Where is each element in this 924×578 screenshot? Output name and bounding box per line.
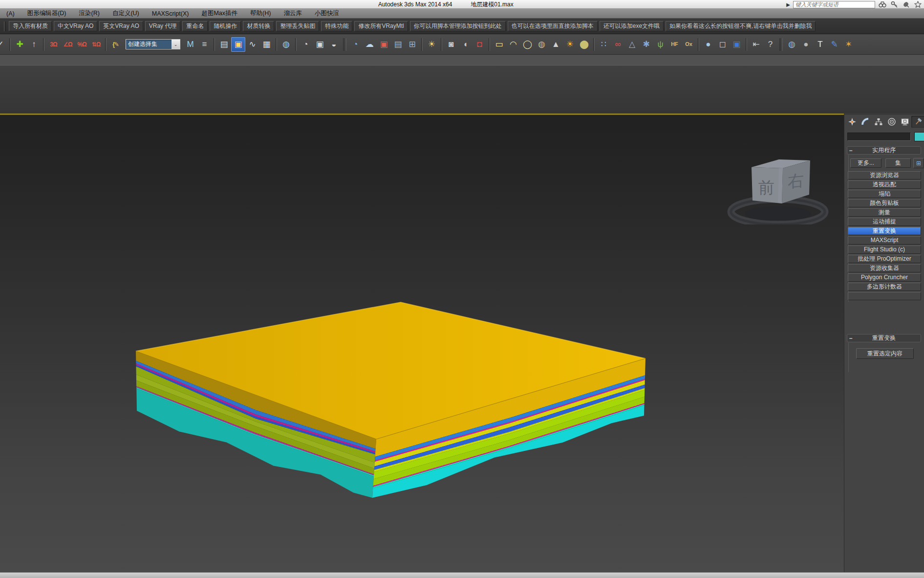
script-button[interactable]: 你可以用脚本管理添加按钮到此处 [410,21,506,31]
utility-button[interactable]: 资源收集器 [848,264,921,272]
sphere-primitive-icon[interactable]: ◯ [520,37,535,52]
infocenter-expand-icon[interactable]: ▶ [786,2,790,7]
layer-manager-icon[interactable]: ▤ [217,37,231,52]
object-paint-icon[interactable]: ◻ [715,37,730,52]
camera-rig-icon[interactable]: △ [625,37,639,52]
tab-hierarchy[interactable] [872,116,885,128]
grass-icon[interactable]: ψ [653,37,667,52]
utility-button[interactable]: 批处理 ProOptimizer [848,255,921,263]
curve-editor-icon[interactable]: ∿ [245,37,259,52]
script-button[interactable]: 如果你看着这么长的按钮很不爽,请右键单击我并删除我 [666,21,816,31]
utility-button[interactable]: MAXScript [848,236,921,245]
tab-create[interactable] [845,116,859,128]
tab-display[interactable] [898,116,911,128]
select-and-manipulate-icon[interactable]: ✚ [13,37,27,52]
sunlight-icon[interactable]: ☀ [563,37,577,52]
search-binoculars-icon[interactable] [878,0,887,8]
help-icon[interactable]: ? [763,37,777,52]
camera-icon[interactable]: ◙ [444,37,458,52]
script-button[interactable]: 修改所有VRayMtl [354,21,408,31]
tab-motion[interactable] [885,116,898,128]
gray-sphere-icon[interactable]: ● [799,37,813,52]
menu-item[interactable]: 自定义(U) [106,9,146,19]
utility-sets-button[interactable]: 集 [885,158,911,168]
configure-button-sets-icon[interactable]: ⊞ [913,158,924,168]
mirror-icon[interactable]: M [183,37,197,52]
infocenter-search-input[interactable] [793,1,875,8]
perspective-viewport[interactable]: 前 右 [0,115,844,572]
rendered-frame-icon[interactable]: ◔ [348,37,363,52]
angle-snap-icon[interactable]: ∠Ω [61,37,75,52]
render-iterative-icon[interactable]: ▤ [391,37,405,52]
menu-item[interactable]: 帮助(H) [244,9,277,19]
teal-color-swatch[interactable] [914,132,924,141]
script-button[interactable]: 也可以在选项里面直接添加脚本 [508,21,598,31]
script-button[interactable]: 重命名 [182,21,208,31]
geology-layer-model[interactable] [0,115,844,572]
script-button[interactable]: 特殊功能 [321,21,352,31]
utility-button[interactable]: 资源浏览器 [848,171,921,179]
list-import-icon[interactable]: ⇤ [749,37,763,52]
menu-item[interactable]: 超图Max插件 [195,9,244,19]
menu-item[interactable]: 渲染(R) [73,9,106,19]
hair-fur-icon[interactable]: HF [667,37,682,52]
snap-toggle-3d-icon[interactable]: 3Ω [46,37,61,52]
percent-snap-icon[interactable]: %Ω [75,37,89,52]
more-utilities-button[interactable]: 更多... [850,158,881,168]
particle-array-icon[interactable]: ∷ [597,37,611,52]
subscription-key-icon[interactable] [890,0,899,8]
viewcube[interactable]: 前 右 [723,150,833,224]
plane-primitive-icon[interactable]: ▭ [492,37,506,52]
utility-button[interactable]: 运动捕捉 [848,218,921,226]
brush-icon[interactable]: ✎ [827,37,841,52]
render-globe-icon[interactable]: ◍ [279,37,293,52]
selection-filter-icon[interactable]: ✓ [0,37,7,52]
menu-item[interactable]: 图形编辑器(D) [21,9,73,19]
utilities-rollout-header[interactable]: − 实用程序 [847,146,921,155]
material-editor-compact-icon[interactable]: ◔ [299,37,313,52]
script-button[interactable]: 导入所有材质 [9,21,52,31]
utility-button[interactable]: 测量 [848,208,921,217]
menu-item[interactable]: 小图快渲 [308,9,345,19]
render-settings-icon[interactable]: ⊞ [405,37,419,52]
web-panel-icon[interactable]: ◍ [785,37,799,52]
tab-modify[interactable] [859,116,872,128]
keyboard-override-icon[interactable]: ↑ [27,37,41,52]
cloth-icon[interactable]: T [813,37,827,52]
communication-center-icon[interactable] [902,0,910,8]
camera-dish-icon[interactable]: ◖ [458,37,473,52]
ox-hair-icon[interactable]: Ox [682,37,696,52]
named-selection-sets-dropdown[interactable]: 创建选择集 ⌄ [126,39,180,49]
script-button[interactable]: 还可以添加exe文件哦 [600,21,664,31]
teapot-primitive-icon[interactable]: ◍ [535,37,549,52]
tab-utilities[interactable] [911,116,924,128]
script-button[interactable]: 英文VRay AO [99,21,143,31]
script-button[interactable]: VRay 代理 [145,21,181,31]
script-button[interactable]: 材质转换 [243,21,274,31]
render-setup-teapot-icon[interactable]: ◒ [327,37,341,52]
utility-button[interactable] [848,292,921,300]
utility-button[interactable]: 多边形计数器 [848,283,921,291]
molecule-icon[interactable]: ∞ [611,37,625,52]
scene-explorer-icon[interactable]: ▣ [231,37,245,52]
viewcube-front-label[interactable]: 前 [758,178,774,197]
spinner-snap-icon[interactable]: ⇅Ω [89,37,103,52]
biped-icon[interactable]: ✶ [841,37,856,52]
utility-button[interactable]: Polygon Cruncher [848,273,921,282]
favorites-star-icon[interactable] [913,0,922,8]
material-editor-slate-icon[interactable]: ▣ [313,37,327,52]
reset-selected-button[interactable]: 重置选定内容 [856,348,914,359]
light-lister-icon[interactable]: ☀ [425,37,439,52]
utility-button[interactable]: 塌陷 [848,190,921,198]
viewcube-right-label[interactable]: 右 [788,171,804,191]
menu-item[interactable]: 溜云库 [277,9,308,19]
chevron-down-icon[interactable]: ⌄ [172,40,180,49]
utility-button[interactable]: Flight Studio (c) [848,245,921,254]
script-button[interactable]: 随机操作 [210,21,241,31]
egg-icon[interactable]: ⬤ [577,37,591,52]
selection-region-icon[interactable]: ▣ [730,37,744,52]
dome-primitive-icon[interactable]: ◠ [506,37,520,52]
script-button[interactable]: 整理丢失贴图 [276,21,319,31]
align-icon[interactable]: ≡ [197,37,212,52]
dope-sheet-icon[interactable]: ▦ [259,37,274,52]
